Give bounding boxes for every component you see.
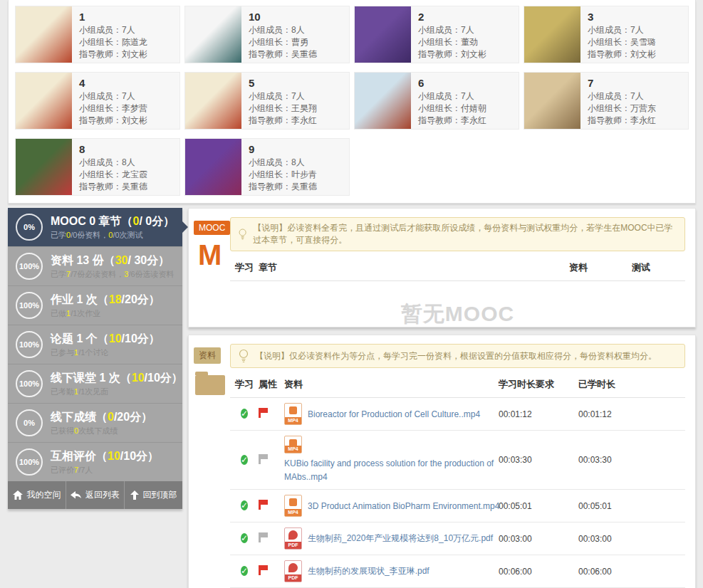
col-learned-duration: 已学时长 [578,378,685,391]
group-info: 3 小组成员：7人小组组长：吴雪璐指导教师：刘文彬 [580,6,663,63]
sidebar-item[interactable]: 100% 线下课堂 1 次（10/10分） 已考勤1/1次见面 [8,364,182,403]
file-ext-label: MP4 [285,509,301,516]
group-info-line: 指导教师：李永红 [249,115,317,127]
group-card[interactable]: 6 小组成员：7人小组组长：付婧朝指导教师：李永红 [354,72,519,130]
group-number: 7 [588,77,656,89]
col-attribute: 属性 [259,378,284,391]
group-info-line: 小组成员：8人 [249,24,317,36]
sidebar-items: 0% MOOC 0 章节（0/ 0分） 已学0/0份资料，0/0次测试 100%… [8,208,182,481]
back-to-list-label: 返回列表 [85,489,120,501]
file-name-link[interactable]: 生物制药_2020年产业规模将达到8_10万亿元.pdf [308,532,493,545]
flag-icon[interactable] [259,500,261,510]
group-info: 7 小组成员：7人小组组长：万营东指导教师：李永红 [580,73,663,129]
progress-circle: 100% [16,253,43,280]
group-info-line: 小组成员：7人 [418,90,486,103]
group-info-lines: 小组成员：7人小组组长：董劲指导教师：刘文彬 [418,24,486,61]
group-card[interactable]: 1 小组成员：7人小组组长：陈道龙指导教师：刘文彬 [15,6,180,63]
sidebar-item-subtitle: 已学0/0份资料，0/0次测试 [51,230,178,241]
sidebar-item[interactable]: 100% 作业 1 次（18/20分） 已做1/1次作业 [8,285,182,325]
group-info-line: 小组成员：7人 [588,90,656,103]
sidebar-item[interactable]: 100% 论题 1 个（10/10分） 已参与1/1个讨论 [8,325,182,364]
mooc-panel: MOOC M 【说明】必读资料全看完，且通过测试后才能获取所设成绩，每份资料与测… [188,208,696,327]
sidebar-item[interactable]: 0% MOOC 0 章节（0/ 0分） 已学0/0份资料，0/0次测试 [8,208,182,246]
group-number: 3 [588,11,656,23]
group-info-line: 小组组长：付婧朝 [418,103,486,115]
group-number: 9 [249,143,317,155]
group-info-line: 小组成员：7人 [79,24,147,36]
sidebar-item[interactable]: 100% 互相评价（10/10分） 已评价7/7人 [8,442,182,481]
learned-duration: 00:06:00 [578,567,685,577]
sidebar-item-subtitle: 已获得0次线下成绩 [51,426,178,436]
done-check-icon: ✓ [241,500,248,510]
file-name-link[interactable]: Bioreactor for Production of Cell Cultur… [308,409,480,419]
group-info-line: 小组成员：8人 [249,157,317,169]
group-info-line: 小组组长：王昊翔 [249,103,317,115]
done-check-icon: ✓ [241,533,248,543]
group-avatar [16,139,72,195]
done-check-icon: ✓ [241,455,248,465]
col-chapter: 章节 [259,261,569,274]
my-space-button[interactable]: 我的空间 [8,481,66,509]
materials-panel: 资料 【说明】仅必读资料作为等分点，每学习完一份资料，根据设置的分值获取相应得分… [188,335,696,588]
group-card[interactable]: 3 小组成员：7人小组组长：吴雪璐指导教师：刘文彬 [524,6,689,63]
group-card[interactable]: 9 小组成员：8人小组组长：叶步青指导教师：吴重德 [184,138,350,196]
groups-grid: 1 小组成员：7人小组组长：陈道龙指导教师：刘文彬 10 小组成员：8人小组组长… [8,0,696,204]
col-material: 资料 [569,261,632,274]
back-to-list-button[interactable]: 返回列表 [66,481,124,509]
group-card[interactable]: 4 小组成员：7人小组组长：李梦营指导教师：刘文彬 [15,72,180,130]
group-info-line: 指导教师：吴重德 [249,48,317,61]
group-avatar [524,73,580,129]
progress-circle: 100% [16,331,43,358]
materials-table-header: 学习 属性 资料 学习时长要求 已学时长 [230,368,685,398]
sidebar-item-title: 论题 1 个（10/10分） [51,331,178,346]
file-name-link[interactable]: KUBio facility and process solution for … [284,457,498,484]
group-card[interactable]: 7 小组成员：7人小组组长：万营东指导教师：李永红 [524,72,689,130]
back-to-top-button[interactable]: 回到顶部 [124,481,182,509]
sidebar-item[interactable]: 100% 资料 13 份（30/ 30分） 已学7/7份必读资料，3/6份选读资… [8,246,182,285]
progress-circle: 0% [16,214,43,241]
flag-icon[interactable] [259,565,261,575]
file-type-icon: MP4 [284,403,302,425]
group-card[interactable]: 8 小组成员：8人小组组长：龙宝霞指导教师：吴重德 [15,138,180,196]
group-avatar [16,73,72,129]
progress-sidebar: 0% MOOC 0 章节（0/ 0分） 已学0/0份资料，0/0次测试 100%… [8,208,182,509]
sidebar-item[interactable]: 0% 线下成绩（0/20分） 已获得0次线下成绩 [8,403,182,442]
group-number: 10 [249,11,317,23]
group-info-line: 小组成员：7人 [249,90,317,103]
group-info-line: 小组组长：叶步青 [249,169,317,181]
group-card[interactable]: 2 小组成员：7人小组组长：董劲指导教师：刘文彬 [354,6,519,63]
group-info-line: 指导教师：刘文彬 [418,48,486,61]
flag-icon[interactable] [259,408,261,418]
group-info-line: 指导教师：刘文彬 [588,48,656,61]
learned-duration: 00:03:00 [578,534,685,544]
group-info-lines: 小组成员：7人小组组长：吴雪璐指导教师：刘文彬 [588,24,656,61]
group-info-line: 小组组长：万营东 [588,103,656,115]
group-info-lines: 小组成员：7人小组组长：王昊翔指导教师：李永红 [249,90,317,127]
group-card[interactable]: 5 小组成员：7人小组组长：王昊翔指导教师：李永红 [184,72,350,130]
group-info-line: 小组组长：龙宝霞 [79,169,147,181]
col-test: 测试 [632,261,685,274]
file-name-link[interactable]: 3D Product Animation BioPharm Environmen… [308,501,499,511]
file-type-icon: PDF [284,560,302,582]
file-ext-label: MP4 [285,417,301,424]
mooc-table-header: 学习 章节 资料 测试 [230,251,685,281]
lightbulb-icon [238,349,249,363]
group-info-lines: 小组成员：7人小组组长：付婧朝指导教师：李永红 [418,90,486,127]
sidebar-item-title: 线下成绩（0/20分） [51,409,178,424]
flag-icon[interactable] [259,532,261,542]
group-avatar [185,6,241,63]
sidebar-item-title: 作业 1 次（18/20分） [51,292,178,307]
done-check-icon: ✓ [241,566,248,576]
group-info-lines: 小组成员：8人小组组长：曹勇指导教师：吴重德 [249,24,317,61]
sidebar-item-title: 线下课堂 1 次（10/10分） [51,370,178,385]
group-info-line: 小组组长：曹勇 [249,36,317,48]
group-info-line: 小组成员：7人 [79,90,147,103]
file-ext-label: PDF [285,542,301,549]
group-info: 2 小组成员：7人小组组长：董劲指导教师：刘文彬 [411,6,494,63]
flag-icon[interactable] [259,454,261,464]
file-name-link[interactable]: 生物制药的发展现状_李亚琳.pdf [308,565,429,577]
sidebar-footer: 我的空间 返回列表 回到顶部 [8,481,182,509]
group-card[interactable]: 10 小组成员：8人小组组长：曹勇指导教师：吴重德 [184,6,350,63]
group-info-line: 小组成员：7人 [418,24,486,36]
group-info-lines: 小组成员：8人小组组长：龙宝霞指导教师：吴重德 [79,157,147,193]
